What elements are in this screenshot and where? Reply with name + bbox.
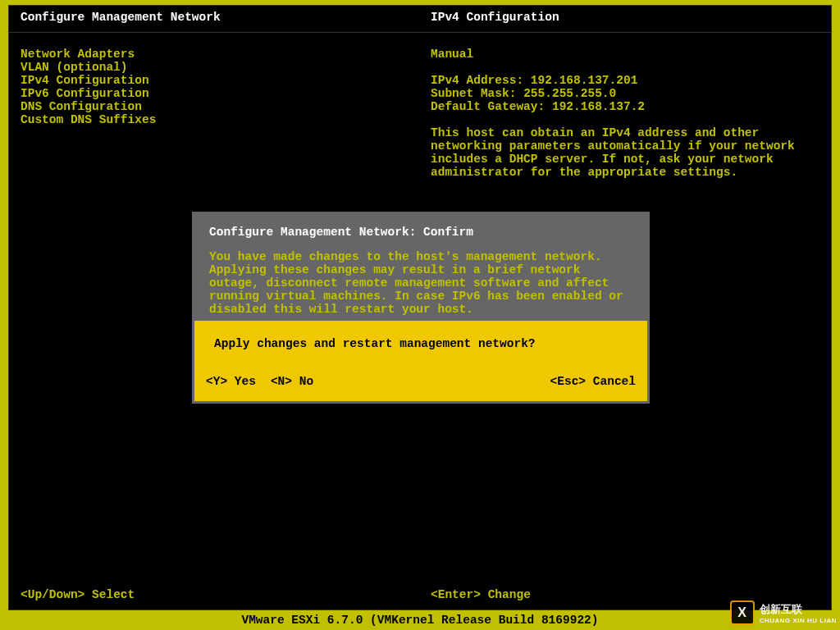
enter-label: Change bbox=[488, 588, 531, 601]
esc-label: Cancel bbox=[593, 375, 636, 388]
footer-text: VMware ESXi 6.7.0 (VMKernel Release Buil… bbox=[241, 614, 598, 627]
dialog-actions: <Y> Yes <N> No <Esc> Cancel bbox=[206, 375, 636, 388]
hint-updown: <Up/Down> Select bbox=[21, 588, 431, 601]
detail-pane: Manual IPv4 Address: 192.168.137.201 Sub… bbox=[431, 48, 819, 179]
ipv4-description: This host can obtain an IPv4 address and… bbox=[431, 126, 816, 179]
dialog-footer: Apply changes and restart management net… bbox=[194, 321, 647, 401]
menu-item-vlan[interactable]: VLAN (optional) bbox=[21, 61, 431, 74]
ipv4-mode: Manual bbox=[431, 48, 819, 61]
menu-item-dns[interactable]: DNS Configuration bbox=[21, 100, 431, 113]
cancel-button[interactable]: <Esc> Cancel bbox=[550, 375, 636, 388]
esc-key: <Esc> bbox=[550, 375, 587, 388]
ipv4-address-label: IPv4 Address: bbox=[431, 74, 523, 87]
ipv4-details: IPv4 Address: 192.168.137.201 Subnet Mas… bbox=[431, 74, 819, 113]
yes-button[interactable]: <Y> Yes bbox=[206, 375, 256, 388]
header-right-title: IPv4 Configuration bbox=[431, 11, 819, 24]
menu-item-dns-suffixes[interactable]: Custom DNS Suffixes bbox=[21, 113, 431, 126]
watermark: X 创新互联 CHUANG XIN HU LIAN bbox=[730, 600, 837, 625]
menu-item-ipv6[interactable]: IPv6 Configuration bbox=[21, 87, 431, 100]
yes-key: <Y> bbox=[206, 375, 227, 388]
no-label: No bbox=[299, 375, 313, 388]
menu-list: Network Adapters VLAN (optional) IPv4 Co… bbox=[21, 48, 431, 179]
updown-label: Select bbox=[92, 588, 135, 601]
subnet-mask-value: 255.255.255.0 bbox=[523, 87, 616, 100]
panel-body: Network Adapters VLAN (optional) IPv4 Co… bbox=[9, 33, 831, 179]
footer-bar: VMware ESXi 6.7.0 (VMKernel Release Buil… bbox=[0, 610, 840, 630]
menu-item-ipv4[interactable]: IPv4 Configuration bbox=[21, 74, 431, 87]
dialog-header: Configure Management Network: Confirm Yo… bbox=[194, 214, 647, 321]
watermark-text: 创新互联 CHUANG XIN HU LIAN bbox=[760, 602, 837, 624]
watermark-text-bottom: CHUANG XIN HU LIAN bbox=[760, 617, 837, 624]
default-gateway-row: Default Gateway: 192.168.137.2 bbox=[431, 100, 819, 113]
panel-header: Configure Management Network IPv4 Config… bbox=[9, 6, 831, 33]
ipv4-address-row: IPv4 Address: 192.168.137.201 bbox=[431, 74, 819, 87]
header-left-title: Configure Management Network bbox=[21, 11, 431, 24]
dialog-message: You have made changes to the host's mana… bbox=[209, 250, 632, 316]
hint-enter: <Enter> Change bbox=[431, 588, 819, 601]
default-gateway-label: Default Gateway: bbox=[431, 100, 545, 113]
no-key: <N> bbox=[271, 375, 292, 388]
confirm-dialog: Configure Management Network: Confirm Yo… bbox=[192, 212, 650, 404]
subnet-mask-label: Subnet Mask: bbox=[431, 87, 516, 100]
screen: Configure Management Network IPv4 Config… bbox=[0, 0, 840, 630]
ipv4-address-value: 192.168.137.201 bbox=[531, 74, 638, 87]
hint-row: <Up/Down> Select <Enter> Change bbox=[21, 588, 819, 601]
yes-label: Yes bbox=[235, 375, 256, 388]
default-gateway-value: 192.168.137.2 bbox=[552, 100, 645, 113]
subnet-mask-row: Subnet Mask: 255.255.255.0 bbox=[431, 87, 819, 100]
updown-key: <Up/Down> bbox=[21, 588, 84, 601]
watermark-logo-icon: X bbox=[730, 600, 755, 625]
dialog-title: Configure Management Network: Confirm bbox=[209, 226, 632, 239]
enter-key: <Enter> bbox=[431, 588, 481, 601]
watermark-text-top: 创新互联 bbox=[760, 602, 837, 617]
dialog-question: Apply changes and restart management net… bbox=[214, 337, 636, 350]
menu-item-network-adapters[interactable]: Network Adapters bbox=[21, 48, 431, 61]
no-button[interactable]: <N> No bbox=[271, 375, 313, 388]
